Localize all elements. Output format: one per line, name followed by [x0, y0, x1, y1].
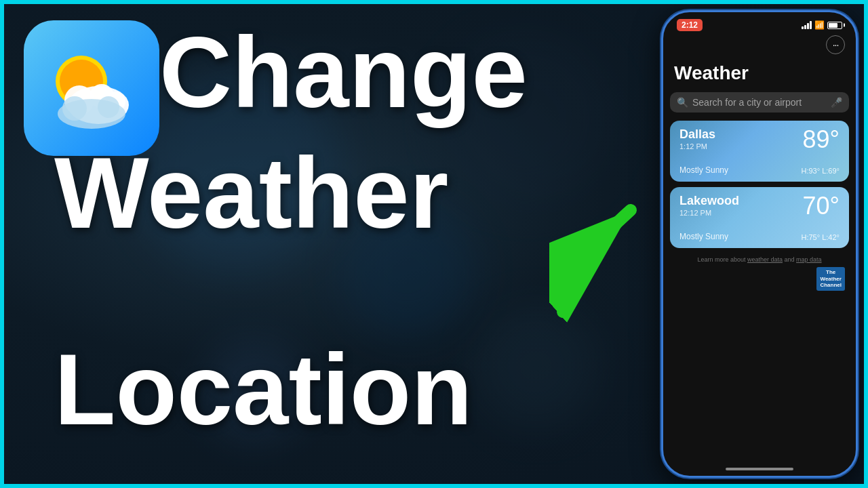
dallas-temperature: 89°	[803, 127, 840, 152]
lakewood-temperature: 70°	[803, 194, 840, 218]
wc-badge: TheWeatherChannel	[816, 267, 845, 291]
signal-icon	[802, 21, 812, 29]
title-location: Location	[54, 332, 473, 447]
iphone-mockup: 2:12 📶 ··· Weather 🔍 Search for a city o…	[661, 10, 858, 478]
search-input[interactable]: Search for a city or airport	[692, 97, 827, 108]
title-weather: Weather	[54, 136, 448, 251]
microphone-icon[interactable]: 🎤	[831, 97, 842, 108]
title-change: Change	[159, 15, 528, 130]
wifi-icon: 📶	[814, 20, 825, 30]
svg-point-8	[98, 96, 119, 118]
attribution-text: Learn more about weather data and map da…	[663, 253, 856, 266]
highlight-arrow	[549, 190, 658, 328]
lakewood-condition: Mostly Sunny	[679, 232, 728, 241]
search-bar[interactable]: 🔍 Search for a city or airport 🎤	[670, 92, 849, 113]
app-title: Weather	[663, 60, 856, 92]
dallas-weather-card[interactable]: Dallas 1:12 PM 89° Mostly Sunny H:93° L:…	[670, 121, 849, 182]
more-dots-icon: ···	[826, 35, 845, 54]
svg-point-7	[62, 96, 87, 121]
status-icons: 📶	[802, 20, 842, 30]
status-time: 2:12	[677, 19, 703, 31]
lakewood-city-name: Lakewood	[679, 194, 739, 208]
search-icon: 🔍	[677, 97, 688, 108]
dallas-time: 1:12 PM	[679, 142, 715, 150]
lakewood-weather-card[interactable]: Lakewood 12:12 PM 70° Mostly Sunny H:75°…	[670, 187, 849, 248]
dallas-high-low: H:93° L:69°	[801, 167, 840, 175]
more-options-button[interactable]: ···	[663, 35, 856, 60]
dallas-condition: Mostly Sunny	[679, 165, 728, 175]
lakewood-high-low: H:75° L:42°	[801, 233, 840, 241]
lakewood-time: 12:12 PM	[679, 209, 739, 217]
status-bar: 2:12 📶	[663, 12, 856, 35]
dallas-city-name: Dallas	[679, 127, 715, 142]
home-indicator	[726, 468, 793, 470]
weather-channel-logo: TheWeatherChannel	[663, 266, 856, 292]
battery-icon	[827, 22, 842, 29]
